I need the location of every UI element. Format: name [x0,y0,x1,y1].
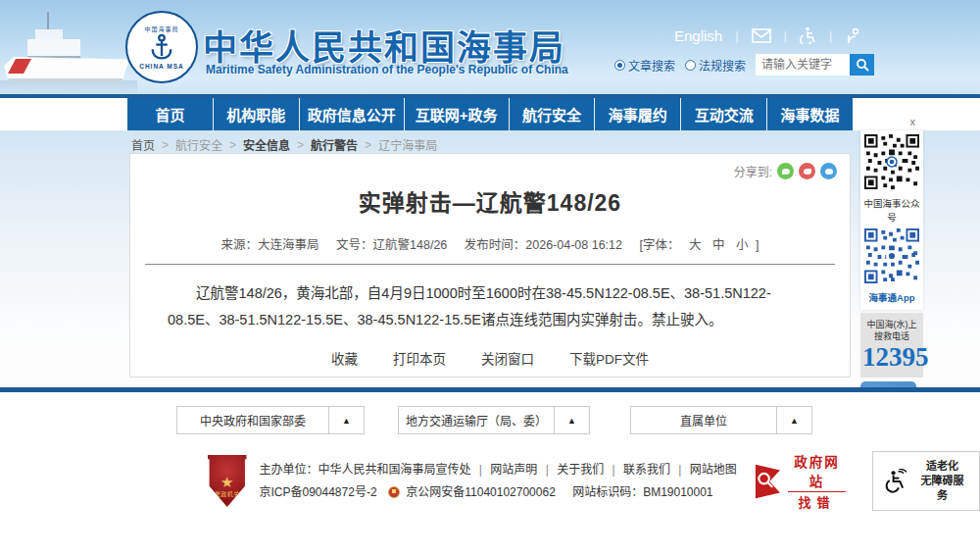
meta-divider [145,264,835,265]
mail-icon[interactable] [752,28,771,43]
footer-site-code: 网站标识码：BM19010001 [572,485,712,499]
qr-label-wechat: 中国海事公众号 [863,196,920,224]
article-actions: 收藏 打印本页 关闭窗口 下载PDF文件 [130,348,850,368]
top-links-divider: | [829,28,832,43]
print-button[interactable]: 打印本页 [393,348,446,368]
english-link[interactable]: English [674,27,722,44]
footer-link-about[interactable]: 关于我们 [557,463,604,477]
rescue-phone-box: 中国海(水)上 搜救电话 12395 [860,313,923,378]
radio-article-label[interactable]: 文章搜索 [628,57,675,74]
ship-photo [0,0,137,94]
breadcrumb-liaoning-msa[interactable]: 辽宁海事局 [378,136,437,153]
radio-article-search[interactable] [614,60,625,71]
user-icon[interactable] [845,27,861,44]
error-report-text: 政府网站 找错 [788,451,847,511]
footer-link-contact[interactable]: 联系我们 [623,463,670,477]
nav-item-data[interactable]: 海事数据 [767,98,853,130]
dropdown-affiliated-units[interactable]: 直属单位 ▲ [630,406,812,434]
footer-separator: | [678,463,681,477]
accessibility-bottom: 无障碍服务 [916,474,968,503]
breadcrumb-nav-safety[interactable]: 航行安全 [175,136,222,153]
nav-item-functions[interactable]: 机构职能 [214,98,300,130]
article-body: 辽航警148/26，黄海北部，自4月9日1000时至1600时在38-45.5N… [168,280,812,333]
breadcrumb-separator: > [297,138,304,152]
qr-code-wechat [864,134,919,189]
radio-law-label[interactable]: 法规搜索 [699,57,746,74]
dropdown-label: 直属单位 [631,407,776,433]
footer-link-sitemap[interactable]: 网站地图 [690,463,737,477]
page: 中国海事局 CHINA MSA 中华人民共和国海事局 Maritime Safe… [0,0,980,555]
anchor-icon [148,33,175,63]
breadcrumb-separator: > [229,138,236,152]
footer-icp[interactable]: 京ICP备09044872号-2 [260,485,377,499]
top-links: English | | | [674,26,861,44]
footer-separator: | [612,463,615,477]
font-size-medium[interactable]: 中 [712,238,725,252]
search-button[interactable] [850,54,874,76]
site-header: 中国海事局 CHINA MSA 中华人民共和国海事局 Maritime Safe… [0,0,980,98]
breadcrumb-safety-info[interactable]: 安全信息 [243,136,290,153]
accessibility-icon[interactable] [800,26,816,44]
rescue-line-1: 中国海(水)上 [862,319,921,330]
qr-panel: 中国海事公众号 海事通App [860,130,923,310]
share-row: 分享到: [734,163,837,179]
qq-icon[interactable] [820,163,837,179]
font-size-large[interactable]: 大 [689,238,702,252]
qr-label-app: 海事通App [863,290,920,304]
article-card: 分享到: 实弹射击—辽航警148/26 来源：大连海事局 文号：辽航警148/2… [129,153,851,378]
nav-item-nav-safety[interactable]: 航行安全 [510,98,596,130]
favorite-button[interactable]: 收藏 [331,348,358,368]
footer-police-record[interactable]: 京公网安备11040102700062 [406,485,556,499]
search-area: 文章搜索 法规搜索 [614,54,874,76]
widget-close-button[interactable]: x [860,116,923,130]
logo-ring-text-en: CHINA MSA [139,63,184,70]
weibo-icon[interactable] [799,163,815,179]
accessibility-service-widget[interactable]: 适老化 无障碍服务 [872,451,980,511]
shield-label: 党政机关 [215,489,240,498]
nav-item-compliance[interactable]: 海事履约 [595,98,681,130]
top-links-divider: | [784,28,787,43]
footer-text: 主办单位：中华人民共和国海事局宣传处 | 网站声明 | 关于我们 | 联系我们 … [260,459,737,504]
search-icon [856,58,869,72]
chevron-up-icon[interactable]: ▲ [328,407,364,433]
shield-emblem: ★ [220,476,233,489]
msa-logo[interactable]: 中国海事局 CHINA MSA [125,11,198,83]
gov-shield-icon[interactable]: ★ 党政机关 [208,455,247,507]
breadcrumb-home[interactable]: 首页 [131,136,155,153]
rescue-phone-number: 12395 [862,342,921,372]
share-label: 分享到: [734,163,772,179]
search-input[interactable] [756,54,850,76]
radio-law-search[interactable] [685,60,696,71]
police-badge-icon [388,486,400,498]
nav-item-gov-info[interactable]: 政府信息公开 [300,98,405,130]
footer-separator: | [479,463,482,477]
dropdown-label: 中央政府和国家部委 [177,407,328,433]
breadcrumb-nav-warning[interactable]: 航行警告 [311,136,358,153]
nav-item-interaction[interactable]: 互动交流 [681,98,767,130]
chevron-up-icon[interactable]: ▲ [554,407,589,433]
download-pdf-button[interactable]: 下载PDF文件 [569,348,649,368]
error-report-top: 政府网站 [788,451,847,490]
footer-info: ★ 党政机关 主办单位：中华人民共和国海事局宣传处 | 网站声明 | 关于我们 … [208,451,980,511]
footer-link-statement[interactable]: 网站声明 [490,463,537,477]
article-publish-time: 发布时间：2026-04-08 16:12 [465,238,622,252]
chevron-up-icon[interactable]: ▲ [776,407,811,433]
nav-item-home[interactable]: 首页 [127,98,214,130]
rescue-line-2: 搜救电话 [862,330,921,342]
accessibility-text: 适老化 无障碍服务 [916,459,968,503]
nav-item-internet-gov[interactable]: 互联网+政务 [405,98,510,130]
error-report-bottom: 找错 [788,491,847,511]
breadcrumb-separator: > [162,138,169,152]
dropdown-local-transport[interactable]: 地方交通运输厅（局、委） ▲ [398,406,590,434]
article-title: 实弹射击—辽航警148/26 [130,184,850,218]
wechat-icon[interactable] [777,163,794,179]
accessibility-top: 适老化 [916,459,968,474]
font-size-small[interactable]: 小 [736,238,749,252]
footer: 中央政府和国家部委 ▲ 地方交通运输厅（局、委） ▲ 直属单位 ▲ ★ 党政机关… [0,392,980,555]
error-report-widget[interactable]: 政府网站 找错 [754,451,846,511]
dropdown-central-gov[interactable]: 中央政府和国家部委 ▲ [176,406,365,434]
site-subtitle: Maritime Safety Administration of the Pe… [206,63,568,76]
footer-separator: | [546,463,549,477]
close-window-button[interactable]: 关闭窗口 [481,348,534,368]
breadcrumb: 首页 > 航行安全 > 安全信息 > 航行警告 > 辽宁海事局 [131,136,437,153]
